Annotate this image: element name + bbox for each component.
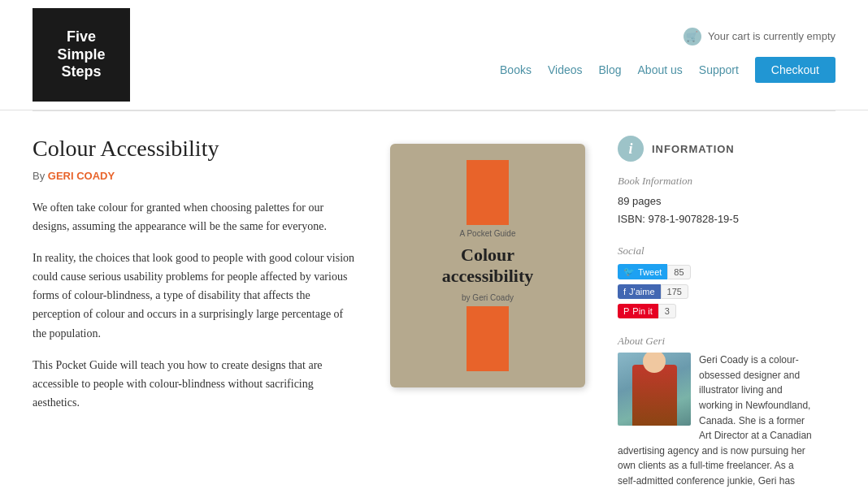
author-figure — [632, 365, 677, 426]
info-header: i INFORMATION — [618, 136, 813, 162]
book-cover-column: A Pocket Guide Colouraccessibility by Ge… — [390, 136, 585, 489]
logo-text: Five Simple Steps — [42, 28, 120, 81]
about-author-section: About Geri Geri Coady is a colour-obsess… — [618, 335, 813, 489]
header-right: 🛒 Your cart is currently empty Books Vid… — [500, 28, 835, 83]
book-info-sidebar: i INFORMATION Book Information 89 pages … — [618, 136, 813, 489]
tweet-main[interactable]: 🐦 Tweet — [618, 264, 667, 279]
pinterest-icon: P — [623, 306, 629, 316]
isbn-value: 978-1-907828-19-5 — [649, 213, 739, 225]
author-line: By GERI COADY — [33, 170, 358, 182]
book-info-section: Book Information 89 pages ISBN: 978-1-90… — [618, 175, 813, 228]
fb-count: 175 — [661, 284, 688, 299]
main-content: Colour Accessibility By GERI COADY We of… — [0, 111, 868, 489]
cart-text: Your cart is currently empty — [708, 30, 835, 42]
tweet-count: 85 — [667, 265, 690, 279]
book-description: We often take colour for granted when ch… — [33, 198, 358, 412]
cart-area: 🛒 Your cart is currently empty — [684, 28, 835, 45]
tweet-button[interactable]: 🐦 Tweet 85 — [618, 264, 813, 279]
nav-about[interactable]: About us — [638, 63, 683, 76]
cover-stripe-top — [467, 160, 509, 225]
book-pages: 89 pages — [618, 193, 813, 210]
nav-support[interactable]: Support — [699, 63, 739, 76]
pinterest-label: Pin it — [632, 306, 652, 316]
about-author-label: About Geri — [618, 335, 813, 348]
author-head — [643, 353, 666, 373]
cover-stripe-bottom — [467, 306, 509, 371]
twitter-bird-icon: 🐦 — [623, 266, 635, 277]
facebook-button[interactable]: f J'aime 175 — [618, 284, 813, 299]
info-icon: i — [618, 136, 644, 162]
social-label: Social — [618, 244, 813, 257]
author-photo — [618, 353, 691, 426]
author-name[interactable]: GERI COADY — [48, 170, 115, 182]
checkout-button[interactable]: Checkout — [755, 57, 835, 83]
cover-author-line: by Geri Coady — [442, 293, 533, 302]
nav-videos[interactable]: Videos — [548, 63, 583, 76]
author-bio-block: Geri Coady is a colour-obsessed designer… — [618, 353, 813, 489]
author-photo-inner — [618, 353, 691, 426]
description-para-2: In reality, the choices that look good t… — [33, 249, 358, 342]
nav-books[interactable]: Books — [500, 63, 532, 76]
fb-main[interactable]: f J'aime — [618, 284, 661, 299]
cart-icon: 🛒 — [684, 28, 701, 45]
social-buttons: 🐦 Tweet 85 f J'aime 175 P Pin it — [618, 264, 813, 318]
pinterest-count: 3 — [658, 304, 676, 318]
description-para-3: This Pocket Guide will teach you how to … — [33, 356, 358, 412]
site-header: Five Simple Steps 🛒 Your cart is current… — [0, 0, 868, 110]
cover-main-title: Colouraccessibility — [442, 244, 533, 288]
book-cover-image: A Pocket Guide Colouraccessibility by Ge… — [390, 144, 585, 387]
fb-label: J'aime — [629, 287, 654, 296]
cover-subtitle: A Pocket Guide — [442, 229, 533, 238]
info-label: INFORMATION — [652, 143, 735, 155]
social-section: Social 🐦 Tweet 85 f J'aime 175 — [618, 244, 813, 318]
tweet-label: Tweet — [638, 267, 662, 277]
nav-blog[interactable]: Blog — [599, 63, 622, 76]
book-title: Colour Accessibility — [33, 136, 358, 162]
description-para-1: We often take colour for granted when ch… — [33, 198, 358, 236]
pinterest-button[interactable]: P Pin it 3 — [618, 304, 813, 318]
site-logo[interactable]: Five Simple Steps — [33, 8, 130, 102]
facebook-icon: f — [623, 287, 626, 296]
by-text: By — [33, 170, 45, 182]
book-info-label: Book Information — [618, 175, 813, 188]
isbn-label: ISBN: — [618, 213, 645, 225]
main-nav: Books Videos Blog About us Support Check… — [500, 57, 835, 83]
cover-text-area: A Pocket Guide Colouraccessibility by Ge… — [426, 229, 549, 303]
book-description-column: Colour Accessibility By GERI COADY We of… — [33, 136, 358, 489]
book-isbn: ISBN: 978-1-907828-19-5 — [618, 210, 813, 228]
pinterest-main[interactable]: P Pin it — [618, 304, 658, 318]
